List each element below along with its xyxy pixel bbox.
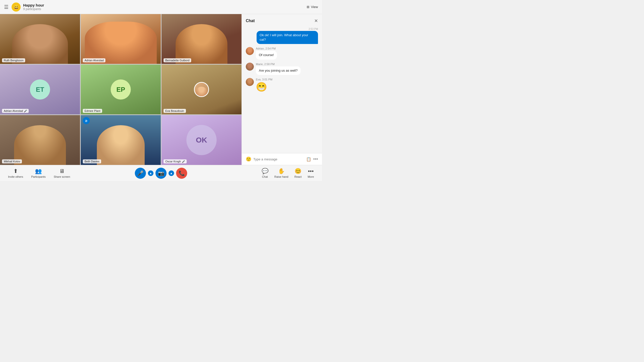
name-badge-et: Adrian Alvestad 🎤	[2, 109, 29, 113]
video-tile-oscar: OK Oscar Krogh 🎤	[162, 115, 242, 165]
message-input[interactable]	[253, 157, 304, 161]
menu-icon[interactable]: ☰	[4, 4, 9, 10]
video-tile-mikhail: Mikhail Kotov	[0, 115, 80, 165]
meeting-emoji-icon: 😀	[12, 3, 21, 12]
attach-icon[interactable]: 📋	[306, 157, 311, 162]
video-tile-ep: EP Edmee Plant	[81, 65, 161, 114]
name-badge-oscar: Oscar Krogh 🎤	[164, 159, 187, 163]
view-button[interactable]: ⊞ View	[307, 5, 318, 9]
video-tile-adrian-photo: Adrian Alvestad	[81, 14, 161, 64]
chat-close-button[interactable]: ✕	[314, 18, 318, 24]
msg-text-adrian: Of course!	[256, 51, 277, 59]
meeting-info: Happy hour 9 participants	[23, 3, 44, 11]
react-button[interactable]: 😊 React	[294, 168, 302, 178]
top-bar: ☰ 😀 Happy hour 9 participants ⊞ View	[0, 0, 322, 14]
own-message-group: 2:53 PM Ok ok! I will join. What about y…	[246, 28, 318, 44]
raise-hand-icon: ✋	[278, 168, 285, 174]
msg-sender-marie: Marie, 2:58 PM	[256, 63, 301, 66]
name-badge-mikhail: Mikhail Kotov	[2, 159, 22, 163]
chat-button[interactable]: 💬 Chat	[262, 168, 268, 178]
msg-emoji-eva: 😁	[256, 82, 272, 92]
message-adrian: Adrian, 2:54 PM Of course!	[246, 47, 318, 59]
more-button[interactable]: ••• More	[308, 168, 314, 178]
own-message-bubble: Ok ok! I will join. What about your cat?	[257, 31, 318, 44]
invite-icon: ⬆	[13, 168, 18, 174]
msg-sender-eva: Eva, 3:01 PM	[256, 78, 272, 81]
chat-icon: 💬	[262, 168, 268, 174]
react-icon: 😊	[295, 168, 301, 174]
name-badge-eva: Eva Beaudouin	[164, 109, 186, 113]
chat-messages: 2:53 PM Ok ok! I will join. What about y…	[242, 26, 322, 153]
name-badge-beth: Beth Davies	[83, 159, 101, 163]
avatar-adrian-chat	[246, 47, 254, 55]
grid-icon: ⊞	[307, 5, 309, 9]
message-marie: Marie, 2:58 PM Are you joining us as wel…	[246, 63, 318, 75]
message-timestamp: 2:53 PM	[246, 28, 318, 30]
participants-count: 9 participants	[23, 7, 44, 11]
avatar-ep: EP	[111, 79, 131, 100]
mic-button[interactable]: 🎤	[135, 168, 146, 179]
name-badge-adrian: Adrian Alvestad	[83, 58, 105, 62]
share-screen-icon: 🖥	[59, 168, 65, 174]
invite-others-button[interactable]: ⬆ Invite others	[8, 168, 23, 178]
bottom-right-controls: 💬 Chat ✋ Raise hand 😊 React ••• More	[262, 168, 314, 178]
chat-header: Chat ✕	[242, 14, 322, 26]
participants-button[interactable]: 👥 Participants	[31, 168, 46, 178]
avatar-et: ET	[30, 79, 50, 100]
mute-icon-oscar: 🎤	[182, 160, 185, 163]
chat-panel: Chat ✕ 2:53 PM Ok ok! I will join. What …	[242, 14, 322, 165]
meeting-title: Happy hour	[23, 3, 44, 7]
mic-chevron-button[interactable]: ▲	[148, 170, 153, 176]
mute-icon: 🎤	[24, 110, 27, 112]
chat-title: Chat	[246, 19, 255, 23]
name-badge-bernadette: Bernadette Guibord	[164, 58, 191, 62]
emoji-button[interactable]: 🙂	[246, 156, 251, 162]
participants-icon: 👥	[35, 168, 42, 174]
more-icon: •••	[308, 168, 314, 174]
video-tile-ruth: Ruth Bengtsson	[0, 14, 80, 64]
more-options-icon[interactable]: •••	[313, 157, 318, 162]
chat-input-area: 🙂 📋 •••	[242, 153, 322, 165]
msg-sender-adrian: Adrian, 2:54 PM	[256, 47, 277, 50]
avatar-eva-chat	[246, 78, 254, 86]
video-tile-eva: Eva Beaudouin	[162, 65, 242, 114]
video-grid: Ruth Bengtsson Adrian Alvestad Bernade	[0, 14, 242, 165]
end-call-button[interactable]: 📞	[176, 168, 187, 179]
avatar-marie-chat	[246, 63, 254, 71]
name-badge-ep: Edmee Plant	[83, 109, 102, 113]
video-tile-et: ET Adrian Alvestad 🎤	[0, 65, 80, 114]
avatar-ok: OK	[186, 125, 217, 155]
video-tile-bernadette: Bernadette Guibord	[162, 14, 242, 64]
bottom-left-controls: ⬆ Invite others 👥 Participants 🖥 Share s…	[8, 168, 70, 178]
video-tile-beth: b Beth Davies	[81, 115, 161, 165]
bing-icon: b	[83, 117, 90, 124]
share-screen-button[interactable]: 🖥 Share screen	[54, 168, 70, 178]
name-badge-ruth: Ruth Bengtsson	[2, 58, 25, 62]
cam-chevron-button[interactable]: ▲	[169, 170, 174, 176]
bottom-center-controls: 🎤 ▲ 📷 ▲ 📞	[135, 168, 187, 179]
raise-hand-button[interactable]: ✋ Raise hand	[274, 168, 289, 178]
camera-button[interactable]: 📷	[155, 168, 167, 179]
main-content: Ruth Bengtsson Adrian Alvestad Bernade	[0, 14, 322, 165]
bottom-bar: ⬆ Invite others 👥 Participants 🖥 Share s…	[0, 165, 322, 181]
message-eva: Eva, 3:01 PM 😁	[246, 78, 318, 92]
msg-text-marie: Are you joining us as well?	[256, 66, 301, 75]
